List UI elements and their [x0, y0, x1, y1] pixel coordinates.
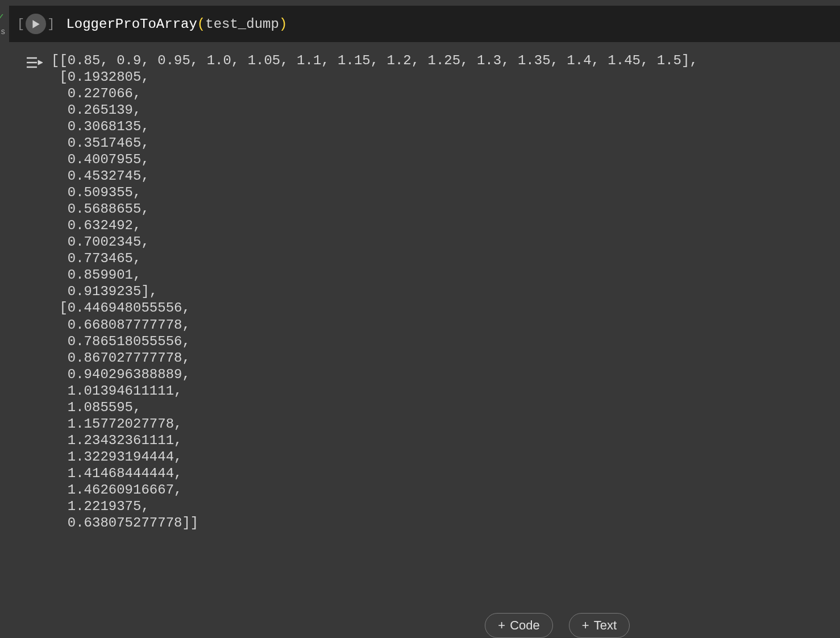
output-text[interactable]: [[0.85, 0.9, 0.95, 1.0, 1.05, 1.1, 1.15,… — [51, 52, 698, 531]
bracket-open: [ — [17, 17, 24, 31]
close-paren: ) — [279, 16, 287, 32]
svg-marker-3 — [38, 60, 43, 65]
execution-time-suffix: s — [1, 27, 5, 36]
execution-status-check-icon: ✓ — [0, 10, 4, 23]
open-paren: ( — [197, 16, 205, 32]
bracket-close: ] — [47, 17, 55, 31]
play-icon — [32, 19, 40, 29]
function-name: LoggerProToArray — [66, 16, 197, 32]
code-cell[interactable]: [ ] LoggerProToArray(test_dump) — [9, 6, 840, 42]
argument-name: test_dump — [205, 16, 279, 32]
output-area: [[0.85, 0.9, 0.95, 1.0, 1.05, 1.1, 1.15,… — [9, 42, 840, 531]
left-edge-strip: ✓ s — [0, 0, 6, 531]
run-button-container: [ ] — [17, 14, 55, 34]
output-gutter[interactable] — [17, 52, 51, 531]
output-collapse-icon — [26, 56, 43, 69]
run-cell-button[interactable] — [26, 14, 46, 34]
code-line[interactable]: LoggerProToArray(test_dump) — [66, 16, 287, 32]
notebook-cell: [ ] LoggerProToArray(test_dump) [[0.85, … — [9, 0, 840, 531]
